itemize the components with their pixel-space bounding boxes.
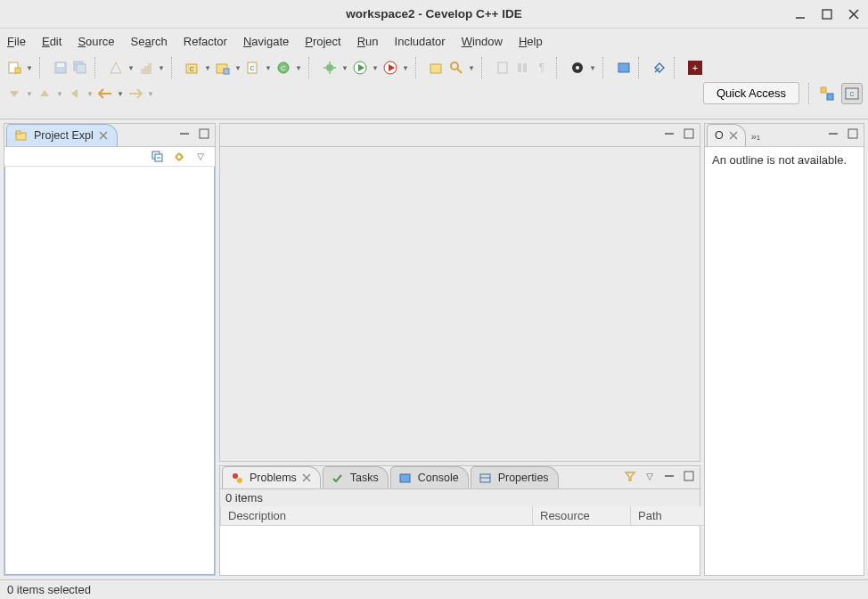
- tab-tasks[interactable]: Tasks: [323, 466, 389, 488]
- annotation-button[interactable]: [569, 59, 586, 77]
- problems-rows[interactable]: [220, 526, 700, 575]
- project-explorer-tree[interactable]: [4, 167, 215, 575]
- minimize-view-icon[interactable]: [826, 127, 840, 141]
- new-class-dropdown[interactable]: ▾: [294, 63, 303, 72]
- menu-source[interactable]: Source: [78, 35, 114, 48]
- build-all-button[interactable]: [137, 59, 155, 77]
- tab-problems[interactable]: Problems: [222, 466, 321, 488]
- menu-includator[interactable]: Includator: [395, 35, 446, 48]
- nav-down-dropdown[interactable]: ▾: [25, 89, 34, 98]
- close-icon[interactable]: [99, 131, 108, 140]
- menubar: File Edit Source Search Refactor Navigat…: [0, 29, 868, 53]
- cevelop-button[interactable]: +: [686, 59, 704, 77]
- run-button[interactable]: [351, 59, 369, 77]
- view-menu-icon[interactable]: ▽: [193, 150, 208, 164]
- profile-button[interactable]: [381, 59, 399, 77]
- close-icon[interactable]: [302, 473, 311, 482]
- run-dropdown[interactable]: ▾: [371, 63, 380, 72]
- menu-window[interactable]: Window: [462, 35, 503, 48]
- menu-navigate[interactable]: Navigate: [243, 35, 289, 48]
- tab-project-explorer[interactable]: Project Expl: [6, 124, 118, 146]
- cpp-perspective-button[interactable]: C: [841, 83, 863, 104]
- nav-up-button[interactable]: [36, 85, 53, 103]
- new-button[interactable]: [5, 59, 23, 77]
- new-class-button[interactable]: C: [274, 59, 292, 77]
- menu-run[interactable]: Run: [357, 35, 379, 48]
- build-all-dropdown[interactable]: ▾: [157, 63, 166, 72]
- annotation-dropdown[interactable]: ▾: [588, 63, 597, 72]
- close-icon[interactable]: [729, 131, 738, 140]
- svg-rect-12: [148, 63, 151, 74]
- nav-up-dropdown[interactable]: ▾: [55, 89, 64, 98]
- svg-rect-50: [16, 131, 20, 134]
- tab-properties[interactable]: Properties: [471, 466, 559, 488]
- nav-down-button[interactable]: [5, 85, 23, 103]
- new-cpp-project-button[interactable]: C: [184, 59, 201, 77]
- svg-text:+: +: [692, 62, 698, 73]
- back-button[interactable]: [96, 85, 114, 103]
- overflow-indicator[interactable]: »₁: [751, 131, 761, 143]
- minimize-view-icon[interactable]: [177, 127, 192, 141]
- new-folder-dropdown[interactable]: ▾: [233, 63, 242, 72]
- forward-button[interactable]: [127, 85, 144, 103]
- back-dropdown[interactable]: ▾: [116, 89, 125, 98]
- show-whitespace-button[interactable]: ¶: [533, 59, 551, 77]
- new-source-dropdown[interactable]: ▾: [264, 63, 273, 72]
- build-dropdown[interactable]: ▾: [127, 63, 135, 72]
- new-folder-button[interactable]: [214, 59, 232, 77]
- forward-dropdown[interactable]: ▾: [146, 89, 155, 98]
- col-description[interactable]: Description: [221, 506, 533, 526]
- open-task-button[interactable]: [615, 59, 633, 77]
- debug-dropdown[interactable]: ▾: [340, 63, 349, 72]
- nav-left-dropdown[interactable]: ▾: [86, 89, 94, 98]
- window-title: workspace2 - Cevelop C++ IDE: [346, 7, 521, 21]
- editor-empty: [220, 147, 700, 461]
- menu-project[interactable]: Project: [305, 35, 340, 48]
- properties-icon: [479, 471, 493, 485]
- menu-help[interactable]: Help: [519, 35, 543, 48]
- tab-console[interactable]: Console: [390, 466, 469, 488]
- menu-edit[interactable]: Edit: [42, 35, 61, 48]
- maximize-view-icon[interactable]: [682, 469, 696, 483]
- menu-search[interactable]: Search: [131, 35, 168, 48]
- tab-problems-label: Problems: [250, 472, 297, 484]
- outline-body: An outline is not available.: [705, 147, 864, 575]
- search-dropdown[interactable]: ▾: [467, 63, 476, 72]
- save-button[interactable]: [52, 59, 70, 77]
- menu-refactor[interactable]: Refactor: [184, 35, 227, 48]
- new-source-button[interactable]: C: [244, 59, 262, 77]
- build-button[interactable]: [107, 59, 125, 77]
- col-resource[interactable]: Resource: [533, 506, 631, 526]
- editor-minimize-icon[interactable]: [662, 127, 676, 141]
- new-dropdown[interactable]: ▾: [25, 63, 34, 72]
- profile-dropdown[interactable]: ▾: [401, 63, 410, 72]
- tab-outline[interactable]: O: [707, 124, 746, 146]
- minimize-view-icon[interactable]: [662, 469, 676, 483]
- open-type-button[interactable]: [428, 59, 446, 77]
- pin-button[interactable]: [651, 59, 668, 77]
- svg-rect-35: [523, 63, 527, 72]
- editor-maximize-icon[interactable]: [682, 127, 696, 141]
- maximize-button[interactable]: [820, 7, 834, 21]
- quick-access-button[interactable]: Quick Access: [703, 82, 799, 104]
- search-button[interactable]: [447, 59, 465, 77]
- new-cpp-project-dropdown[interactable]: ▾: [203, 63, 212, 72]
- toggle-block-button[interactable]: [513, 59, 531, 77]
- view-menu-icon[interactable]: ▽: [643, 469, 657, 483]
- menu-file[interactable]: File: [7, 35, 26, 48]
- nav-left-button[interactable]: [66, 85, 84, 103]
- toggle-mark-button[interactable]: [494, 59, 512, 77]
- close-button[interactable]: [847, 7, 861, 21]
- debug-button[interactable]: [321, 59, 339, 77]
- open-perspective-button[interactable]: [816, 83, 838, 104]
- link-editor-icon[interactable]: [172, 150, 186, 164]
- tab-properties-label: Properties: [498, 472, 549, 484]
- minimize-button[interactable]: [793, 7, 807, 21]
- save-all-button[interactable]: [71, 59, 89, 77]
- svg-text:C: C: [189, 66, 193, 72]
- filters-icon[interactable]: [623, 469, 637, 483]
- maximize-view-icon[interactable]: [846, 127, 860, 141]
- maximize-view-icon[interactable]: [197, 127, 211, 141]
- collapse-all-icon[interactable]: [151, 150, 165, 164]
- svg-rect-64: [400, 474, 410, 482]
